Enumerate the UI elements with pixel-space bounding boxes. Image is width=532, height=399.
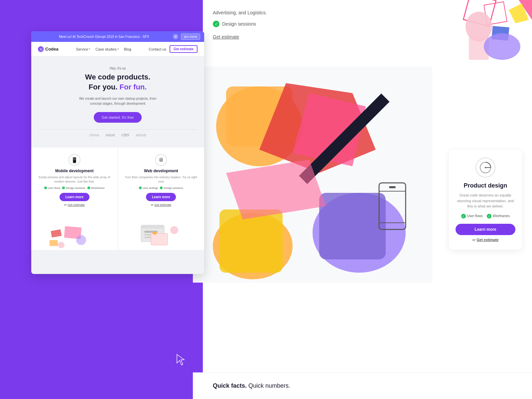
browser-window: Meet us! At TechCrunch Disrupt 2019 in S… [31, 31, 204, 274]
cursor-icon [176, 354, 186, 366]
svg-rect-16 [319, 193, 386, 259]
product-design-estimate: or Get estimate [456, 238, 515, 242]
cards-section: 📱 Mobile development Easily preview and … [31, 147, 204, 250]
svg-point-28 [58, 242, 65, 248]
badge-dot: ✓ [160, 187, 163, 189]
check-icon: ✓ [213, 21, 219, 27]
nav-cta-button[interactable]: Get estimate [170, 45, 198, 53]
hero-title-line2: For you. For fun. [38, 83, 198, 91]
notification-learn-more[interactable]: arn more [181, 34, 200, 40]
badge-wireframes: ✓ Wireframes [87, 187, 105, 190]
bottom-purple-bar [0, 372, 193, 399]
mobile-dev-desc: Easily preview and adjust layouts for th… [37, 175, 112, 184]
service-description: Advertising, and Logistics. [213, 10, 313, 15]
browser-nav: ● Codea Service ▾ Case studies ▾ Blog Co… [31, 42, 204, 57]
badge-dot: ✓ [139, 187, 142, 189]
svg-point-38 [485, 167, 486, 168]
logo-airbnb: airbnb [136, 133, 146, 137]
svg-point-36 [170, 226, 178, 234]
nav-logo: ● Codea [38, 46, 59, 52]
design-sessions-row: ✓ Design sessions [213, 21, 313, 27]
web-icon: 🖥 [155, 154, 167, 166]
center-illustration [193, 66, 432, 283]
web-illustration [118, 223, 204, 250]
mobile-dev-title: Mobile development [55, 169, 93, 173]
mobile-estimate: or Get estimate [64, 203, 85, 206]
estimate-link-top[interactable]: Get estimate [213, 34, 313, 40]
web-dev-card: 🖥 Web development Turn their companies i… [118, 147, 204, 250]
pd-badge-wireframes: ✓ Wireframes [487, 214, 510, 218]
get-started-button[interactable]: Get started. It's free [94, 112, 142, 123]
mobile-icon: 📱 [68, 154, 80, 166]
logos-row: chime intuit CBS airbnb [38, 129, 198, 140]
notification-bar: Meet us! At TechCrunch Disrupt 2019 in S… [31, 31, 204, 42]
nav-service[interactable]: Service ▾ [76, 47, 90, 51]
web-estimate: or Get estimate [151, 203, 171, 206]
svg-rect-30 [141, 225, 164, 228]
web-estimate-link[interactable]: Get estimate [154, 203, 171, 206]
badge-design-sessions: ✓ Design sessions [62, 187, 85, 190]
svg-rect-27 [50, 240, 58, 246]
web-dev-badges: ✓ User testings ✓ Design sessions [139, 187, 183, 190]
mobile-illustration [31, 223, 118, 250]
nav-contact[interactable]: Contact us [149, 47, 166, 51]
mobile-dev-badges: ✓ User flows ✓ Design sessions ✓ Wirefra… [44, 187, 104, 190]
product-design-title: Product design [456, 182, 515, 189]
mobile-dev-card: 📱 Mobile development Easily preview and … [31, 147, 118, 250]
hero-section: Hey, it's us We code products. For you. … [31, 57, 204, 147]
nav-blog[interactable]: Blog [124, 47, 131, 51]
badge-dot: ✓ [87, 187, 90, 189]
product-design-estimate-link[interactable]: Get estimate [476, 238, 498, 242]
badge-user-testings: ✓ User testings [139, 187, 158, 190]
svg-point-7 [484, 33, 520, 60]
nav-right: Contact us Get estimate [149, 45, 198, 53]
top-right-illustration [426, 0, 532, 70]
badge-user-flows: ✓ User flows [44, 187, 60, 190]
svg-point-26 [76, 235, 86, 245]
nav-case-studies[interactable]: Case studies ▾ [95, 47, 119, 51]
badge-dot: ✓ [62, 187, 65, 189]
svg-rect-34 [151, 233, 168, 245]
logo-cbs: CBS [121, 133, 129, 137]
chevron-icon: ▾ [89, 48, 90, 51]
svg-rect-35 [153, 232, 157, 234]
notification-text: Meet us! At TechCrunch Disrupt 2019 in S… [35, 35, 173, 39]
quick-facts-text: Quick facts. Quick numbers. [213, 382, 290, 389]
badge-design-sessions-web: ✓ Design sessions [160, 187, 183, 190]
svg-rect-22 [389, 186, 396, 188]
mobile-learn-more-button[interactable]: Learn more [60, 193, 89, 201]
svg-marker-39 [177, 354, 184, 365]
web-dev-desc: Turn their companies into industry leade… [123, 175, 199, 184]
product-design-desc: Great code deserves an equally stunning … [456, 193, 515, 209]
hero-description: We create and launch our own startup pro… [74, 96, 161, 106]
web-dev-title: Web development [144, 169, 178, 173]
web-learn-more-button[interactable]: Learn more [146, 193, 176, 201]
product-design-card: Product design Great code deserves an eq… [449, 150, 522, 250]
pd-badge-dot2: ✓ [487, 214, 491, 218]
svg-rect-18 [219, 209, 283, 273]
product-design-learn-more-button[interactable]: Learn more [456, 224, 515, 235]
badge-dot: ✓ [44, 187, 47, 189]
quick-facts-bar: Quick facts. Quick numbers. [193, 372, 532, 399]
logo-chime: chime [89, 133, 99, 137]
svg-rect-24 [51, 229, 62, 238]
logo-icon: ● [38, 46, 44, 52]
design-sessions-label: Design sessions [222, 21, 256, 27]
nav-links: Service ▾ Case studies ▾ Blog [76, 47, 131, 51]
product-design-badges: ✓ User flows ✓ Wireframes [456, 214, 515, 218]
logo-intuit: intuit [106, 133, 115, 137]
hero-title-line1: We code products. [38, 73, 198, 81]
chevron-icon: ▾ [117, 48, 119, 51]
mobile-estimate-link[interactable]: Get estimate [68, 203, 85, 206]
hero-eyebrow: Hey, it's us [38, 66, 198, 70]
notification-close-button[interactable]: ✕ [173, 34, 178, 39]
pd-badge-dot: ✓ [461, 214, 466, 218]
product-design-icon [475, 158, 495, 178]
pd-badge-user-flows: ✓ User flows [461, 214, 483, 218]
